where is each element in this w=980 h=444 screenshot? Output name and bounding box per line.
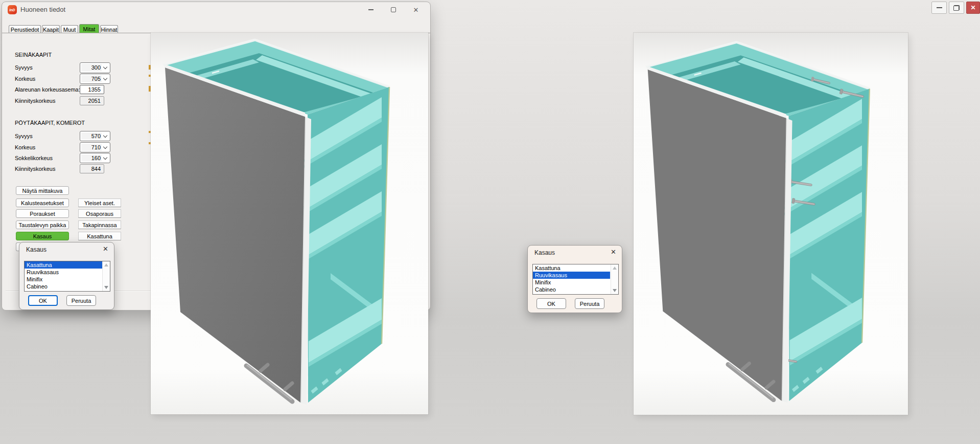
popup-title: Kasaus bbox=[26, 246, 46, 253]
label-mounting-height-base: Kiinnityskorkeus bbox=[15, 166, 55, 172]
cancel-button[interactable]: Peruuta bbox=[66, 295, 96, 306]
base-depth-value: 570 bbox=[91, 133, 101, 139]
label-height: Korkeus bbox=[15, 76, 35, 82]
mounting-height-base-field: 844 bbox=[80, 164, 104, 173]
base-height-combo[interactable]: 710 bbox=[80, 142, 110, 152]
close-icon[interactable]: ✕ bbox=[611, 248, 616, 256]
label-bottom-edge-position: Alareunan korkeusasema: bbox=[15, 86, 80, 93]
chevron-down-icon bbox=[103, 134, 107, 138]
scroll-down-icon[interactable] bbox=[104, 286, 108, 289]
list-item-cabineo[interactable]: Cabineo bbox=[533, 286, 618, 293]
tab-muut[interactable]: Muut bbox=[61, 25, 78, 33]
chevron-down-icon bbox=[103, 156, 107, 160]
cancel-button[interactable]: Peruuta bbox=[575, 298, 604, 309]
desktop-close-button[interactable]: ✕ bbox=[966, 2, 980, 14]
label-depth-base: Syvyys bbox=[15, 133, 33, 139]
wall-height-value: 705 bbox=[91, 76, 101, 82]
mounting-height-base-value: 844 bbox=[91, 166, 101, 172]
restore-icon bbox=[953, 5, 960, 11]
section-title-wall-cabinets: SEINÄKAAPIT bbox=[15, 52, 52, 58]
section-title-base-cabinets: PÖYTÄKAAPIT, KOMEROT bbox=[15, 120, 85, 126]
popup-title: Kasaus bbox=[534, 249, 555, 256]
label-depth: Syvyys bbox=[15, 64, 33, 71]
bottom-edge-position-value: 1355 bbox=[88, 86, 101, 93]
scroll-up-icon[interactable] bbox=[613, 267, 617, 270]
listbox-scrollbar[interactable] bbox=[102, 261, 110, 291]
chevron-down-icon bbox=[103, 76, 107, 80]
bottom-edge-position-input[interactable]: 1355 bbox=[80, 85, 104, 94]
close-icon[interactable]: ✕ bbox=[103, 245, 108, 253]
desktop-minimize-button[interactable] bbox=[931, 2, 947, 14]
assembly-popup-left: Kasaus ✕ Kasattuna Ruuvikasaus Minifix C… bbox=[19, 242, 114, 310]
list-item-cabineo[interactable]: Cabineo bbox=[25, 283, 110, 290]
plinth-height-combo[interactable]: 160 bbox=[80, 153, 110, 163]
chevron-down-icon bbox=[103, 65, 107, 69]
tab-mitat[interactable]: Mitat bbox=[79, 24, 99, 33]
cabinet-3d-render-screws bbox=[634, 33, 908, 415]
listbox-scrollbar[interactable] bbox=[611, 264, 618, 294]
minimize-button[interactable] bbox=[360, 3, 382, 16]
close-icon: ✕ bbox=[970, 4, 975, 11]
furniture-settings-button[interactable]: Kalusteasetukset bbox=[16, 198, 69, 207]
mounting-height-wall-field: 2051 bbox=[80, 96, 104, 105]
desktop-window-controls: ✕ bbox=[931, 2, 980, 14]
tab-strip: Perustiedot Kaapit Muut Mitat Hinnat bbox=[9, 25, 119, 33]
list-item-kasattuna[interactable]: Kasattuna bbox=[533, 264, 618, 272]
wall-depth-value: 300 bbox=[91, 64, 101, 71]
list-item-minifix[interactable]: Minifix bbox=[25, 276, 110, 283]
list-item-minifix[interactable]: Minifix bbox=[533, 279, 618, 286]
assembly-popup-right: Kasaus ✕ Kasattuna Ruuvikasaus Minifix C… bbox=[527, 245, 622, 313]
dialog-titlebar[interactable]: InD Huoneen tiedot ✕ bbox=[2, 2, 430, 17]
desktop-restore-button[interactable] bbox=[949, 2, 964, 14]
dialog-title: Huoneen tiedot bbox=[20, 2, 65, 17]
maximize-button[interactable] bbox=[382, 3, 405, 16]
close-button[interactable]: ✕ bbox=[405, 3, 427, 16]
plinth-height-value: 160 bbox=[91, 155, 101, 161]
cabinet-viewport-right bbox=[634, 33, 908, 415]
show-dimension-drawing-button[interactable]: Näytä mittakuva bbox=[16, 186, 69, 195]
base-depth-combo[interactable]: 570 bbox=[80, 131, 110, 141]
base-height-value: 710 bbox=[91, 144, 101, 150]
cabinet-3d-render-assembled bbox=[151, 33, 428, 414]
ok-button[interactable]: OK bbox=[28, 295, 58, 306]
wall-height-combo[interactable]: 705 bbox=[80, 74, 110, 84]
mounting-height-wall-value: 2051 bbox=[88, 98, 101, 104]
maximize-icon bbox=[391, 7, 396, 12]
scroll-up-icon[interactable] bbox=[104, 263, 108, 267]
cabinet-viewport-left bbox=[151, 33, 428, 414]
minimize-icon bbox=[368, 9, 374, 10]
back-panel-position-button[interactable]: Taustalevyn paikka bbox=[16, 220, 69, 229]
minimize-icon bbox=[937, 7, 942, 8]
tab-kaapit[interactable]: Kaapit bbox=[42, 25, 60, 33]
assembly-listbox[interactable]: Kasattuna Ruuvikasaus Minifix Cabineo bbox=[532, 264, 619, 295]
label-mounting-height-wall: Kiinnityskorkeus bbox=[15, 98, 55, 104]
scroll-down-icon[interactable] bbox=[613, 289, 617, 292]
list-item-ruuvikasaus[interactable]: Ruuvikasaus bbox=[25, 269, 110, 276]
label-height-base: Korkeus bbox=[15, 144, 35, 150]
chevron-down-icon bbox=[103, 145, 107, 149]
list-item-kasattuna[interactable]: Kasattuna bbox=[25, 261, 102, 269]
wall-depth-combo[interactable]: 300 bbox=[80, 62, 110, 73]
tab-hinnat[interactable]: Hinnat bbox=[100, 25, 118, 33]
general-settings-field[interactable]: Yleiset aset. bbox=[78, 198, 121, 207]
ok-button[interactable]: OK bbox=[536, 298, 566, 309]
close-icon: ✕ bbox=[413, 6, 419, 14]
drillings-button[interactable]: Poraukset bbox=[16, 209, 69, 218]
assembled-field[interactable]: Kasattuna bbox=[78, 232, 121, 240]
label-plinth-height: Sokkelikorkeus bbox=[15, 155, 53, 161]
assembly-listbox[interactable]: Kasattuna Ruuvikasaus Minifix Cabineo bbox=[24, 261, 110, 292]
partial-drilling-field[interactable]: Osaporaus bbox=[78, 209, 121, 218]
back-surface-field[interactable]: Takapinnassa bbox=[78, 220, 121, 229]
app-icon: InD bbox=[8, 5, 17, 14]
tab-perustiedot[interactable]: Perustiedot bbox=[9, 25, 41, 33]
assembly-button[interactable]: Kasaus bbox=[16, 232, 69, 240]
list-item-ruuvikasaus[interactable]: Ruuvikasaus bbox=[533, 272, 610, 279]
